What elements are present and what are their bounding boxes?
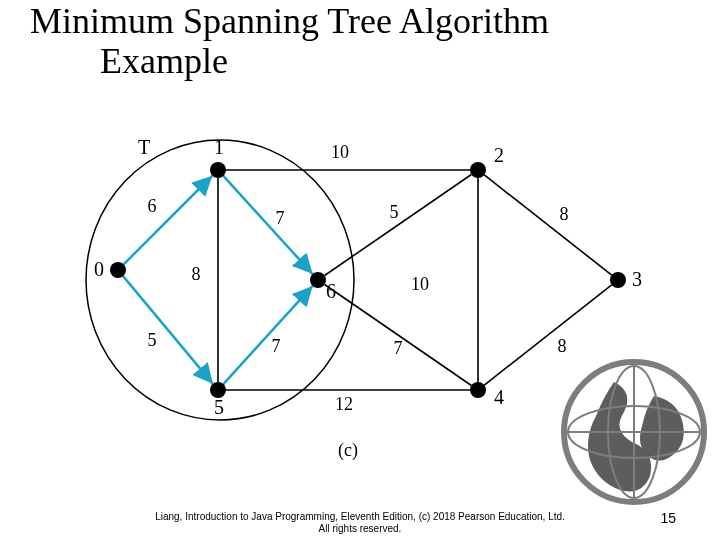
edge-0-1 — [124, 176, 213, 265]
edge-weight-5-4: 12 — [335, 394, 353, 414]
edge-2-6 — [325, 175, 472, 276]
edge-weight-1-6: 7 — [276, 208, 285, 228]
figure-caption: (c) — [338, 440, 358, 461]
node-0 — [110, 262, 126, 278]
node-label-5: 5 — [214, 396, 224, 418]
title-line2: Example — [30, 42, 720, 82]
node-3 — [610, 272, 626, 288]
page-title: Minimum Spanning Tree Algorithm Example — [0, 2, 720, 81]
footer-line1: Liang, Introduction to Java Programming,… — [0, 511, 720, 523]
edge-0-5 — [123, 276, 213, 384]
node-2 — [470, 162, 486, 178]
edge-weight-6-4: 7 — [394, 338, 403, 358]
edge-6-4 — [325, 285, 472, 386]
node-6 — [310, 272, 326, 288]
node-label-1: 1 — [214, 136, 224, 158]
node-label-2: 2 — [494, 144, 504, 166]
globe-decoration — [554, 352, 714, 512]
edge-weight-2-4: 10 — [411, 274, 429, 294]
edge-weight-5-6: 7 — [272, 336, 281, 356]
edge-weight-0-5: 5 — [148, 330, 157, 350]
edge-weight-2-3: 8 — [560, 204, 569, 224]
node-label-4: 4 — [494, 386, 504, 408]
node-1 — [210, 162, 226, 178]
edge-weight-1-2: 10 — [331, 142, 349, 162]
edge-1-6 — [223, 176, 312, 274]
node-label-0: 0 — [94, 258, 104, 280]
edge-weight-2-6: 5 — [390, 202, 399, 222]
edge-weight-0-1: 6 — [148, 196, 157, 216]
edge-5-6 — [223, 286, 312, 384]
node-label-3: 3 — [632, 268, 642, 290]
footer-line2: All rights reserved. — [0, 523, 720, 535]
edge-2-3 — [484, 175, 611, 275]
title-line1: Minimum Spanning Tree Algorithm — [30, 2, 720, 42]
node-4 — [470, 382, 486, 398]
page-number: 15 — [660, 510, 676, 526]
node-label-6: 6 — [326, 280, 336, 302]
highlight-set-label: T — [138, 136, 150, 158]
footer-credits: Liang, Introduction to Java Programming,… — [0, 511, 720, 534]
edge-weight-1-5: 8 — [192, 264, 201, 284]
